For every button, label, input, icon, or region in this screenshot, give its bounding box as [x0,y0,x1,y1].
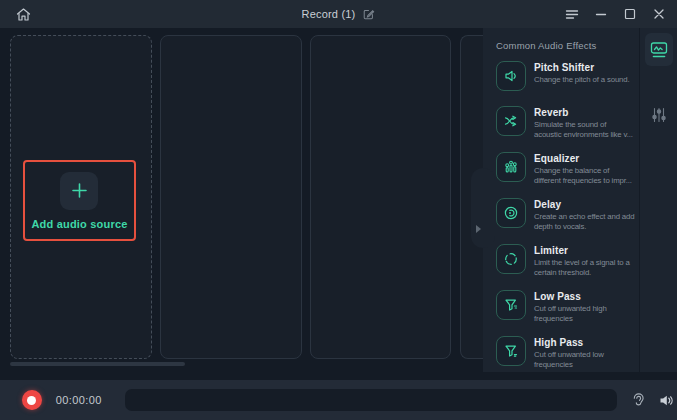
add-audio-source-button[interactable]: Add audio source [31,172,127,230]
effect-description: Limit the level of a signal to a certain… [534,258,639,278]
window-controls [562,0,669,28]
effects-panel-title: Common Audio Effects [496,40,639,51]
tab-mixer[interactable] [645,98,673,131]
sliders-icon [650,106,668,124]
effect-description: Cut off unwanted high frequencies [534,304,639,324]
effect-name: Low Pass [534,291,639,302]
effect-item-reverb[interactable]: Reverb Simulate the sound of acoustic en… [496,106,639,140]
project-title: Record (1) [302,8,356,20]
effects-sidebar: Common Audio Effects Pitch Shifter Chang… [483,28,677,372]
ear-icon [631,392,646,408]
effect-description: Change the pitch of a sound. [534,75,639,85]
audio-effects-panel-icon [649,40,669,60]
effect-text: Reverb Simulate the sound of acoustic en… [534,106,639,140]
effect-text: Limiter Limit the level of a signal to a… [534,244,639,278]
titlebar: Record (1) [0,0,677,28]
volume-button[interactable] [655,389,677,411]
add-audio-source-label: Add audio source [31,218,127,230]
effect-item-pitch-shifter[interactable]: Pitch Shifter Change the pitch of a soun… [496,61,639,94]
highlight-box: Add audio source [23,160,136,241]
effect-item-delay[interactable]: Delay Create an echo effect and add dept… [496,198,639,232]
recorder-window: Record (1) [0,0,677,420]
equalizer-bars-icon [496,152,526,182]
maximize-icon[interactable] [620,4,640,24]
plus-icon [60,172,98,210]
common-audio-effects-panel: Common Audio Effects Pitch Shifter Chang… [483,28,640,372]
tab-audio-effects[interactable] [645,33,673,66]
record-button[interactable] [22,390,42,410]
effect-item-high-pass[interactable]: High Pass Cut off unwanted low frequenci… [496,336,639,370]
minimize-icon[interactable] [591,4,611,24]
effect-name: High Pass [534,337,639,348]
effects-list: Pitch Shifter Change the pitch of a soun… [483,61,639,370]
close-icon[interactable] [649,4,669,24]
home-icon [15,6,32,23]
effect-description: Simulate the sound of acoustic environme… [534,120,639,140]
effect-item-equalizer[interactable]: Equalizer Change the balance of differen… [496,152,639,186]
menu-icon[interactable] [562,4,582,24]
record-controls-bar: 00:00:00 [0,380,677,420]
funnel-icon [496,336,526,366]
funnel-icon [496,290,526,320]
effect-text: High Pass Cut off unwanted low frequenci… [534,336,639,370]
dashed-circle-icon [496,244,526,274]
track-lane-3 [310,35,451,359]
effect-description: Create an echo effect and add depth to v… [534,212,639,232]
effect-description: Cut off unwanted low frequencies [534,350,639,370]
shuffle-arrows-icon [496,106,526,136]
effect-name: Pitch Shifter [534,62,639,73]
monitor-button[interactable] [628,389,650,411]
effect-text: Pitch Shifter Change the pitch of a soun… [534,61,639,85]
speaker-wave-icon [496,61,526,91]
effect-item-limiter[interactable]: Limiter Limit the level of a signal to a… [496,244,639,278]
right-tool-strip [641,28,677,372]
effect-text: Delay Create an echo effect and add dept… [534,198,639,232]
horizontal-scrollbar[interactable] [10,362,185,366]
concentric-circles-icon [496,198,526,228]
audio-level-meter [125,389,617,411]
home-button[interactable] [12,3,34,25]
effect-name: Delay [534,199,639,210]
track-lane-2 [160,35,302,359]
effect-name: Reverb [534,107,639,118]
effect-text: Equalizer Change the balance of differen… [534,152,639,186]
effect-description: Change the balance of different frequenc… [534,166,639,186]
speaker-icon [658,393,674,408]
effect-name: Limiter [534,245,639,256]
effect-name: Equalizer [534,153,639,164]
rename-icon[interactable] [362,8,375,21]
record-timer: 00:00:00 [56,394,102,406]
effect-text: Low Pass Cut off unwanted high frequenci… [534,290,639,324]
record-icon [27,396,36,405]
effect-item-low-pass[interactable]: Low Pass Cut off unwanted high frequenci… [496,290,639,324]
